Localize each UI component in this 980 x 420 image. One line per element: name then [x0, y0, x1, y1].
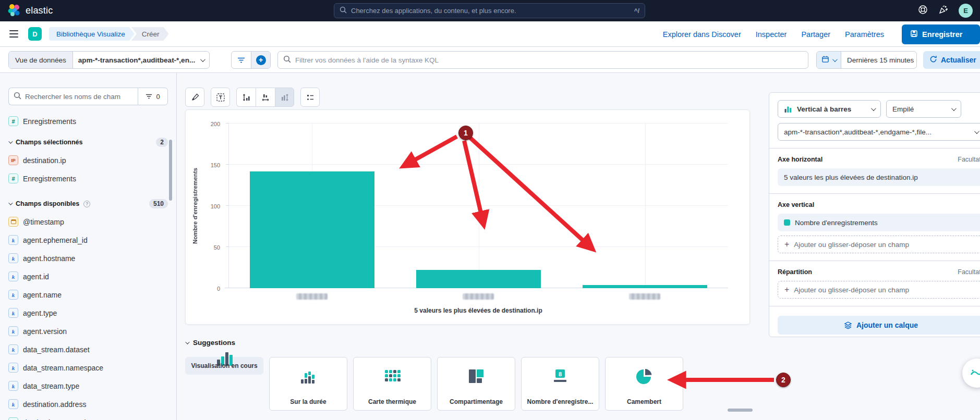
field-item[interactable]: kdata_stream.type	[8, 378, 168, 393]
brand-name: elastic	[26, 5, 53, 16]
pie-icon	[635, 367, 653, 387]
global-search[interactable]: ^/	[334, 3, 645, 18]
available-fields-section-header[interactable]: Champs disponibles ? 510	[8, 197, 168, 210]
breakdown-add-field[interactable]: + Ajouter ou glisser-déposer un champ	[778, 281, 980, 299]
news-party-popper-icon[interactable]	[938, 5, 948, 17]
keyword-field-icon: k	[8, 235, 18, 245]
keyword-field-icon: k	[8, 290, 18, 300]
section-title: Champs sélectionnés	[16, 139, 83, 146]
header-action-link[interactable]: Paramètres	[845, 30, 884, 39]
legend-settings-button[interactable]	[300, 88, 320, 107]
field-name: agent.version	[23, 327, 67, 336]
suggestion-card-metric[interactable]: 8Nombre d'enregistre...	[521, 357, 599, 411]
y-tick-label: 100	[211, 203, 220, 209]
field-item[interactable]: #Enregistrements	[8, 171, 168, 186]
saved-query-filter-icon[interactable]	[232, 52, 251, 68]
field-item[interactable]: kagent.version	[8, 324, 168, 339]
stack-mode-select[interactable]: Empilé	[886, 100, 961, 118]
divider	[769, 148, 980, 149]
add-filter-button[interactable]: +	[251, 52, 270, 68]
app-badge[interactable]: D	[28, 27, 42, 41]
refresh-icon	[929, 55, 937, 65]
field-item[interactable]: kdestination.address	[8, 397, 168, 412]
refresh-button[interactable]: Actualiser	[923, 51, 980, 69]
suggestion-card-treemap[interactable]: Compartimentage	[437, 357, 515, 411]
calendar-quick-select[interactable]	[817, 52, 841, 68]
user-avatar[interactable]: E	[959, 4, 973, 18]
horizontal-axis-settings-button[interactable]	[256, 88, 275, 107]
save-button[interactable]: Enregistrer	[902, 24, 980, 44]
bar-series-2[interactable]	[583, 285, 707, 288]
suggestion-label: Camembert	[608, 398, 681, 405]
optional-label: Facultatif	[958, 268, 980, 276]
date-field-icon	[8, 217, 18, 227]
breadcrumb-visualize-library[interactable]: Bibliothèque Visualize	[49, 27, 135, 41]
elastic-assistant-button[interactable]	[962, 359, 980, 388]
selected-fields-section-header[interactable]: Champs sélectionnés 2	[8, 136, 168, 149]
paintbrush-icon	[190, 93, 200, 102]
optional-label: Facultatif	[958, 156, 980, 163]
horizontal-axis-dimension[interactable]: 5 valeurs les plus élevées de destinatio…	[778, 168, 980, 186]
y-tick-label: 0	[217, 286, 220, 292]
field-item-records[interactable]: # Enregistrements	[8, 114, 168, 129]
scrollbar-thumb[interactable]	[728, 409, 753, 412]
field-filter-button[interactable]: 0	[138, 88, 168, 105]
field-item[interactable]: kdata_stream.namespace	[8, 360, 168, 375]
y-axis-labels: 050100150200	[204, 123, 223, 288]
visualization-workspace[interactable]: Nombre d'enregistrements 050100150200 5 …	[185, 109, 750, 325]
field-item[interactable]: kagent.hostname	[8, 251, 168, 266]
search-shortcut-hint: ^/	[634, 7, 639, 15]
menu-hamburger-icon[interactable]	[3, 23, 24, 44]
time-range-value[interactable]: Dernières 15 minutes	[841, 56, 917, 64]
chevron-down-icon	[8, 139, 13, 143]
suggestion-card-bar-chart[interactable]: Visualisation en cours	[185, 357, 263, 375]
field-search-input[interactable]	[25, 93, 133, 101]
plus-circle-icon: +	[256, 55, 266, 65]
x-axis-label-redacted	[463, 293, 494, 300]
field-item[interactable]: kagent.type	[8, 305, 168, 320]
bar-series-1[interactable]	[416, 270, 541, 288]
kql-query-bar[interactable]	[277, 51, 808, 69]
axis-extents-icon	[280, 93, 289, 102]
filter-icon	[146, 93, 152, 100]
chart-type-select[interactable]: Vertical à barres	[778, 100, 881, 118]
suggestion-card-date-histogram[interactable]: Sur la durée	[269, 357, 347, 411]
header-action-link[interactable]: Inspecter	[756, 30, 787, 39]
vertical-axis-dimension[interactable]: Nombre d'enregistrements	[778, 214, 980, 231]
suggestion-card-heatmap[interactable]: Carte thermique	[353, 357, 431, 411]
paintbrush-style-button[interactable]	[185, 88, 204, 107]
divider	[769, 193, 980, 194]
field-item[interactable]: kagent.name	[8, 287, 168, 302]
field-name: data_stream.type	[23, 382, 79, 390]
field-name: @timestamp	[23, 218, 64, 226]
header-action-link[interactable]: Partager	[801, 30, 830, 39]
layer-actions-icon[interactable]	[978, 103, 980, 115]
data-view-picker[interactable]: Vue de données apm-*-transaction*,auditb…	[8, 51, 210, 69]
vertical-axis-add-field[interactable]: + Ajouter ou glisser-déposer un champ	[778, 236, 980, 253]
field-item[interactable]: IPdestination.ip	[8, 153, 168, 168]
field-item[interactable]: kagent.id	[8, 269, 168, 284]
field-name: destination.address	[23, 400, 86, 409]
bar-series-0[interactable]	[250, 171, 374, 288]
suggestions-section-header[interactable]: Suggestions	[185, 339, 235, 347]
chevron-down-icon	[185, 340, 189, 344]
global-search-input[interactable]	[351, 7, 630, 15]
field-item[interactable]: @timestamp	[8, 214, 168, 229]
available-fields-list: @timestampkagent.ephemeral_idkagent.host…	[8, 214, 168, 420]
suggestion-card-pie[interactable]: Camembert	[605, 357, 683, 411]
elastic-logo	[7, 3, 21, 19]
scrollbar-thumb[interactable]	[169, 140, 172, 201]
kql-query-input[interactable]	[295, 56, 803, 64]
value-labels-button[interactable]	[211, 88, 230, 107]
add-layer-button[interactable]: Ajouter un calque	[778, 316, 980, 335]
vertical-axis-settings-button[interactable]	[236, 88, 256, 107]
field-item[interactable]: kagent.ephemeral_id	[8, 232, 168, 248]
field-search[interactable]	[8, 88, 138, 105]
field-item[interactable]: kdata_stream.dataset	[8, 342, 168, 357]
suggestion-label: Nombre d'enregistre...	[524, 398, 597, 405]
axis-extents-button[interactable]	[275, 88, 294, 107]
layer-data-view-select[interactable]: apm-*-transaction*,auditbeat-*,endgame-*…	[778, 123, 980, 141]
help-lifebuoy-icon[interactable]	[918, 5, 928, 17]
field-item[interactable]: #destination.as.number	[8, 415, 168, 420]
header-action-link[interactable]: Explorer dans Discover	[663, 30, 741, 39]
